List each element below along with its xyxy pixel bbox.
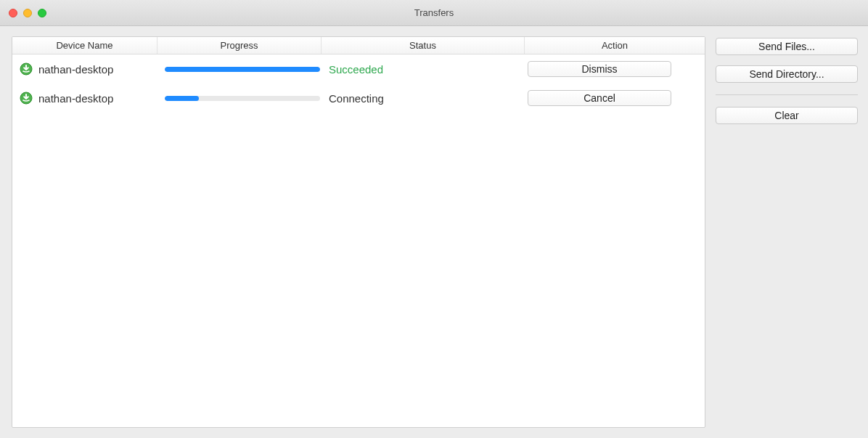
download-icon — [20, 62, 33, 76]
window-titlebar: Transfers — [0, 0, 868, 26]
window-title: Transfers — [0, 7, 868, 18]
action-cell: Dismiss — [528, 61, 702, 77]
dismiss-button[interactable]: Dismiss — [528, 61, 671, 77]
device-cell: nathan-desktop — [15, 62, 160, 76]
device-cell: nathan-desktop — [15, 92, 160, 105]
cancel-button[interactable]: Cancel — [528, 90, 671, 106]
progress-bar — [165, 67, 320, 72]
table-body: nathan-desktopSucceededDismiss nathan-de… — [12, 54, 705, 427]
send-files-button[interactable]: Send Files... — [716, 38, 858, 55]
traffic-lights — [9, 9, 46, 17]
clear-button[interactable]: Clear — [716, 107, 858, 124]
content-area: Device Name Progress Status Action natha… — [0, 26, 868, 438]
table-row: nathan-desktopConnectingCancel — [12, 84, 705, 113]
header-progress[interactable]: Progress — [157, 37, 322, 54]
device-name-label: nathan-desktop — [38, 92, 113, 105]
status-cell: Succeeded — [324, 63, 528, 76]
status-label: Succeeded — [329, 63, 383, 76]
action-cell: Cancel — [528, 90, 702, 106]
progress-cell — [160, 67, 324, 72]
download-icon — [20, 92, 33, 105]
status-cell: Connecting — [324, 92, 528, 105]
sidebar: Send Files... Send Directory... Clear — [716, 36, 858, 428]
progress-fill — [165, 67, 320, 72]
close-icon[interactable] — [9, 9, 17, 17]
send-directory-button[interactable]: Send Directory... — [716, 65, 858, 83]
progress-fill — [165, 96, 199, 101]
sidebar-separator — [716, 94, 858, 95]
maximize-icon[interactable] — [38, 9, 46, 17]
minimize-icon[interactable] — [23, 9, 32, 17]
status-label: Connecting — [329, 92, 384, 105]
table-header-row: Device Name Progress Status Action — [12, 37, 705, 54]
transfers-table: Device Name Progress Status Action natha… — [12, 36, 705, 428]
header-device-name[interactable]: Device Name — [12, 37, 157, 54]
progress-bar — [165, 96, 320, 101]
header-status[interactable]: Status — [322, 37, 525, 54]
table-row: nathan-desktopSucceededDismiss — [12, 54, 705, 84]
header-action[interactable]: Action — [525, 37, 705, 54]
device-name-label: nathan-desktop — [38, 63, 113, 76]
progress-cell — [160, 96, 324, 101]
